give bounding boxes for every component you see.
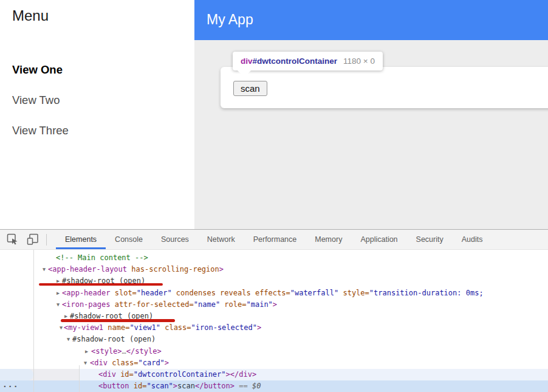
devtools-panel: ElementsConsoleSourcesNetworkPerformance… [0,229,548,392]
dom-row-style-tag[interactable]: ▶<style>…</style> [0,346,548,357]
tab-label: Performance [253,235,297,244]
code-token-ellipsis: … [122,347,126,356]
dom-row-code: <div class="card"> [90,357,169,369]
tab-label: Elements [65,235,97,244]
tab-label: Audits [462,235,483,244]
code-token-val: "dwtcontrolContainer" [134,370,226,379]
code-token-tag: > [273,300,277,309]
sidebar-item-view-three[interactable]: View Three [12,124,69,154]
sidebar-item-view-two[interactable]: View Two [12,94,69,124]
dom-row-shadow-root-iron-pages[interactable]: ▶#shadow-root (open) [0,311,548,322]
dom-row-app-header-layout-open-tag[interactable]: ▼<app-header-layout has-scrolling-region… [0,264,548,275]
code-token-val: "main" [246,300,272,309]
element-inspect-tooltip: div#dwtcontrolContainer1180 × 0 [233,52,383,70]
code-token-shadow: #shadow-root (open) [72,335,156,343]
inspect-element-icon[interactable] [7,233,19,246]
tab-label: Memory [315,235,342,244]
code-token-attr: name= [103,323,129,332]
scan-button[interactable]: scan [233,81,267,96]
code-token-text: scan [177,382,195,390]
code-token-attr: style= [338,289,369,297]
code-token-attr: id= [116,370,134,379]
code-token-tag: <div [90,359,108,367]
code-token-val: "scan" [146,382,173,390]
code-token-tag: <app-header [62,289,110,297]
expanded-arrow-icon[interactable]: ▼ [57,299,60,311]
tooltip-dimensions: 1180 × 0 [343,57,375,66]
tab-network[interactable]: Network [198,230,244,249]
tab-performance[interactable]: Performance [244,230,306,249]
tab-sources[interactable]: Sources [152,230,198,249]
dom-row-app-header-tag[interactable]: ▶<app-header slot="header" condenses rev… [0,287,548,299]
code-token-attr: id= [129,382,147,390]
code-token-val: "iron-selected" [191,323,257,332]
dom-row-code: <!-- Main content --> [56,252,148,264]
code-token-tag: </style> [126,347,162,356]
tab-label: Network [207,235,235,244]
dom-row-div-dwtcontrolcontainer[interactable]: <div id="dwtcontrolContainer"></div> [0,369,548,380]
tooltip-tag-name: div [241,57,253,66]
tab-label: Security [416,235,444,244]
collapsed-arrow-icon[interactable]: ▶ [85,346,88,357]
code-token-dollar: $0 [252,382,261,390]
dom-row-code: #shadow-root (open) [72,334,156,345]
dom-row-code: <iron-pages attr-for-selected="name" rol… [62,299,277,311]
code-token-val: "view1" [129,323,160,332]
tab-application[interactable]: Application [351,230,406,249]
dom-rows: <!-- Main content -->▼<app-header-layout… [0,252,548,392]
dom-row-div-card-open-tag[interactable]: ▼<div class="card"> [0,357,548,369]
dom-row-shadow-root-my-view1[interactable]: ▼#shadow-root (open) [0,334,548,345]
code-token-val: "header" [137,289,172,297]
dom-row-button-scan[interactable]: ...<button id="scan">scan</button> == $0 [0,380,548,392]
collapsed-arrow-icon[interactable]: ▶ [57,287,60,299]
app-drawer: Menu View OneView TwoView Three [0,0,194,229]
dom-row-iron-pages-open-tag[interactable]: ▼<iron-pages attr-for-selected="name" ro… [0,299,548,311]
code-token-val: "waterfall" [290,289,338,297]
dom-row-comment-main-content[interactable]: <!-- Main content --> [0,252,548,264]
code-token-tag: <button [98,382,129,390]
dom-row-code: <app-header-layout has-scrolling-region> [48,264,224,275]
tab-label: Application [360,235,397,244]
expanded-arrow-icon[interactable]: ▼ [43,264,46,275]
code-token-tag: <my-view1 [64,323,103,332]
browser-page: Menu View OneView TwoView Three My App s… [0,0,548,229]
device-toolbar-icon[interactable] [27,233,39,246]
tab-audits[interactable]: Audits [453,230,492,249]
code-token-tag: > [173,382,177,390]
elements-dom-tree: <!-- Main content -->▼<app-header-layout… [0,250,548,392]
dom-row-shadow-root-app-header-layout[interactable]: ▶#shadow-root (open) [0,275,548,287]
dom-row-code: <my-view1 name="view1" class="iron-selec… [64,322,261,334]
tab-memory[interactable]: Memory [306,230,351,249]
code-token-attr: role= [220,300,246,309]
code-token-attr: class= [160,323,191,332]
tab-label: Console [115,235,143,244]
expanded-arrow-icon[interactable]: ▼ [84,357,87,369]
code-token-tag: <app-header-layout [48,265,127,273]
code-token-val: "transition-duration: 0ms; [369,289,484,297]
code-token-val: "card" [138,359,164,367]
code-token-tag: <style> [91,347,122,356]
tab-console[interactable]: Console [106,230,152,249]
node-menu-dots[interactable]: ... [2,379,18,390]
code-token-tag: <div [98,370,116,379]
indent-guide-line [79,365,80,392]
code-token-tag: > [257,323,261,332]
expanded-arrow-icon[interactable]: ▼ [60,322,63,334]
drawer-nav-list: View OneView TwoView Three [12,63,69,154]
gutter-guide-line [33,250,34,392]
dom-row-code: <style>…</style> [91,346,162,357]
toolbar-divider [46,234,47,246]
tab-security[interactable]: Security [407,230,453,249]
selected-tab-underline [56,247,106,249]
app-title: My App [207,0,253,39]
dom-row-my-view1-open-tag[interactable]: ▼<my-view1 name="view1" class="iron-sele… [0,322,548,334]
code-token-tag: > [165,359,169,367]
content-card: scan [221,67,548,108]
code-token-eq: == [235,382,252,390]
sidebar-item-view-one[interactable]: View One [12,63,69,94]
dom-row-code: <app-header slot="header" condenses reve… [62,287,484,299]
tab-label: Sources [161,235,189,244]
drawer-title: Menu [12,7,49,24]
expanded-arrow-icon[interactable]: ▼ [67,334,70,345]
tab-elements[interactable]: Elements [56,230,106,249]
